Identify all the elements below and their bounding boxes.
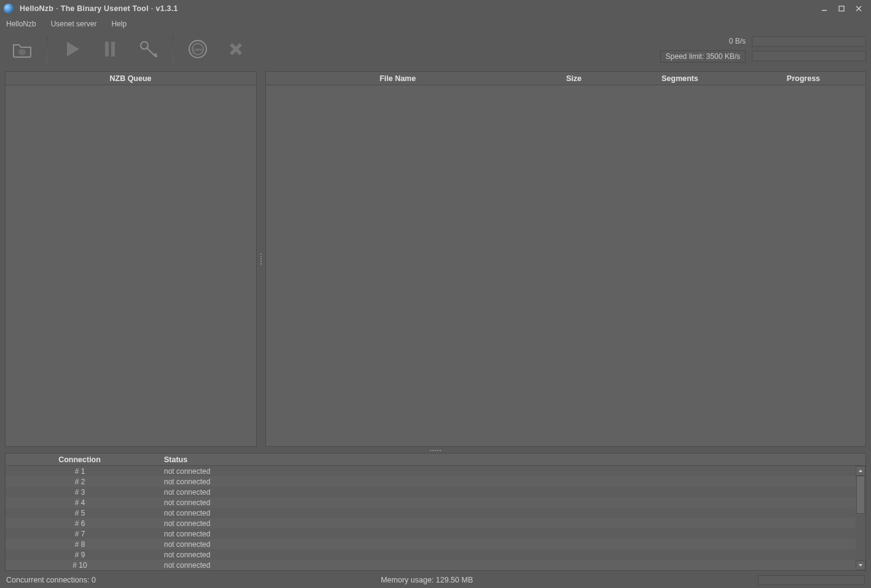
scroll-up-button[interactable] (856, 466, 865, 476)
col-segments[interactable]: Segments (619, 74, 742, 83)
connection-id: # 7 (6, 530, 154, 538)
progress-bar-overall (752, 36, 866, 47)
toolbar-status: 0 B/s Speed limit: 3500 KB/s (660, 36, 866, 63)
speed-gauge-button[interactable]: 100% (184, 36, 211, 63)
files-header: File Name Size Segments Progress (266, 72, 865, 85)
col-nzb-queue[interactable]: NZB Queue (6, 74, 256, 83)
connection-status: not connected (154, 519, 865, 528)
svg-rect-1 (839, 6, 844, 11)
connection-id: # 9 (6, 551, 154, 559)
connection-status: not connected (154, 478, 865, 486)
nzb-queue-header: NZB Queue (6, 72, 256, 85)
col-status[interactable]: Status (154, 455, 188, 464)
maximize-button[interactable] (833, 2, 850, 15)
table-row[interactable]: # 7not connected (6, 528, 865, 539)
vertical-splitter[interactable] (259, 71, 263, 447)
scroll-down-button[interactable] (856, 560, 865, 570)
files-panel: File Name Size Segments Progress (265, 71, 866, 447)
connection-id: # 1 (6, 467, 154, 476)
scroll-thumb[interactable] (856, 476, 865, 514)
connections-header: Connection Status (6, 454, 865, 466)
toolbar: 100% 0 B/s Speed limit: 3500 KB/s (0, 31, 871, 68)
status-memory: Memory usage: 129.50 MB (96, 576, 758, 584)
nzb-queue-body[interactable] (6, 85, 256, 446)
main-content: NZB Queue File Name Size Segments Progre… (0, 68, 871, 448)
table-row[interactable]: # 1not connected (6, 466, 865, 476)
table-row[interactable]: # 5not connected (6, 508, 865, 518)
col-size[interactable]: Size (530, 74, 619, 83)
status-progress-slot (758, 575, 865, 585)
svg-point-4 (18, 49, 26, 55)
grip-icon (430, 450, 441, 451)
table-row[interactable]: # 10not connected (6, 560, 865, 570)
connection-status: not connected (154, 551, 865, 559)
open-folder-button[interactable] (9, 36, 36, 63)
menu-usenet-server[interactable]: Usenet server (49, 18, 100, 29)
play-button[interactable] (58, 36, 85, 63)
title-bar: HelloNzb - The Binary Usenet Tool - v1.3… (0, 0, 871, 17)
connection-status: not connected (154, 467, 865, 476)
toolbar-separator (47, 36, 47, 63)
progress-bar-speed (752, 51, 866, 61)
connection-id: # 4 (6, 498, 154, 507)
scroll-track[interactable] (856, 476, 865, 560)
close-button[interactable] (850, 2, 867, 15)
svg-rect-6 (111, 42, 115, 56)
connections-rows: # 1not connected# 2not connected# 3not c… (6, 466, 865, 570)
col-progress[interactable]: Progress (742, 74, 865, 83)
menu-hellonzb[interactable]: HelloNzb (4, 18, 39, 29)
menu-help[interactable]: Help (109, 18, 129, 29)
app-icon (4, 4, 14, 14)
speed-limit-button[interactable]: Speed limit: 3500 KB/s (660, 50, 746, 63)
scrollbar-vertical[interactable] (856, 466, 865, 570)
svg-rect-5 (105, 42, 109, 56)
table-row[interactable]: # 3not connected (6, 487, 865, 497)
title-main: HelloNzb (20, 4, 53, 13)
connection-id: # 3 (6, 488, 154, 497)
connection-status: not connected (154, 540, 865, 549)
minimize-button[interactable] (816, 2, 833, 15)
connection-id: # 2 (6, 478, 154, 486)
connection-status: not connected (154, 488, 865, 497)
table-row[interactable]: # 9not connected (6, 549, 865, 560)
connection-status: not connected (154, 509, 865, 517)
col-connection[interactable]: Connection (6, 455, 154, 464)
connection-status: not connected (154, 498, 865, 507)
pause-button[interactable] (96, 36, 123, 63)
col-file-name[interactable]: File Name (266, 74, 530, 83)
connection-id: # 10 (6, 561, 154, 570)
menu-bar: HelloNzb Usenet server Help (0, 17, 871, 31)
files-body[interactable] (266, 85, 865, 446)
horizontal-splitter[interactable] (0, 448, 871, 453)
nzb-queue-panel: NZB Queue (5, 71, 257, 447)
connection-id: # 8 (6, 540, 154, 549)
grip-icon (260, 253, 262, 265)
cancel-button[interactable] (222, 36, 249, 63)
speed-label: 0 B/s (729, 37, 746, 45)
status-bar: Concurrent connections: 0 Memory usage: … (0, 572, 871, 588)
connection-id: # 5 (6, 509, 154, 517)
connection-status: not connected (154, 530, 865, 538)
table-row[interactable]: # 8not connected (6, 539, 865, 549)
svg-line-8 (147, 48, 155, 56)
title-sep: - (53, 4, 61, 13)
settings-button[interactable] (135, 36, 162, 63)
title-sep2: - (149, 4, 156, 13)
table-row[interactable]: # 2not connected (6, 476, 865, 487)
toolbar-separator (173, 36, 173, 63)
connections-panel: Connection Status # 1not connected# 2not… (5, 453, 866, 571)
title-version: v1.3.1 (156, 4, 178, 13)
status-concurrent: Concurrent connections: 0 (6, 576, 96, 584)
svg-text:100%: 100% (193, 48, 203, 52)
table-row[interactable]: # 6not connected (6, 518, 865, 528)
table-row[interactable]: # 4not connected (6, 497, 865, 508)
title-sub: The Binary Usenet Tool (61, 4, 149, 13)
window-title: HelloNzb - The Binary Usenet Tool - v1.3… (20, 4, 178, 13)
connection-status: not connected (154, 561, 865, 570)
connection-id: # 6 (6, 519, 154, 528)
